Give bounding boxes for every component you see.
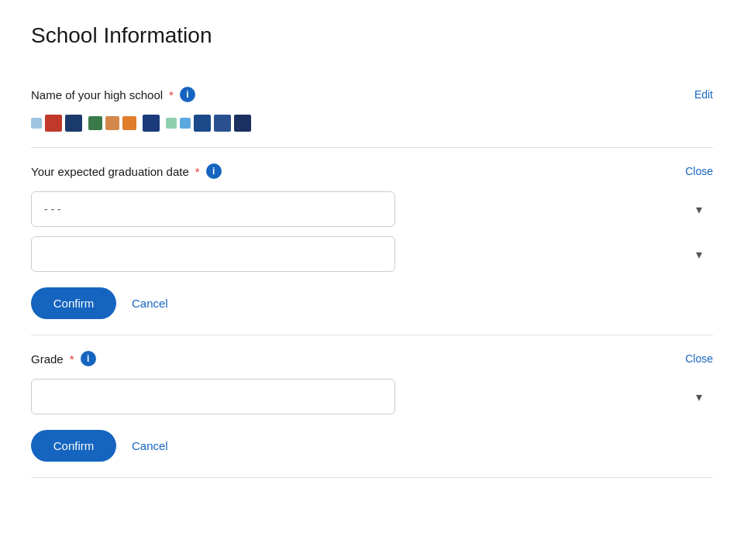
swatch-6: [122, 116, 136, 130]
swatch-5: [105, 116, 119, 130]
month-select[interactable]: - - - January February March April May J…: [31, 191, 395, 227]
grade-cancel-button[interactable]: Cancel: [132, 439, 168, 452]
swatch-3: [65, 115, 82, 132]
grade-required-star: *: [70, 352, 74, 366]
month-chevron-icon: ▾: [696, 202, 702, 217]
swatch-9: [180, 118, 191, 129]
swatch-2: [45, 115, 62, 132]
school-name-edit-link[interactable]: Edit: [694, 88, 713, 101]
graduation-close-link[interactable]: Close: [685, 165, 713, 177]
graduation-label-text: Your expected graduation date: [31, 165, 189, 178]
year-select[interactable]: 2024 2025 2026 2027 2028: [31, 236, 395, 272]
graduation-label: Your expected graduation date * i: [31, 163, 222, 179]
year-select-wrapper: 2024 2025 2026 2027 2028 ▾: [31, 236, 713, 272]
graduation-info-icon[interactable]: i: [206, 163, 222, 179]
school-name-header: Name of your high school * i Edit: [31, 87, 713, 102]
swatch-10: [194, 115, 211, 132]
grade-info-icon[interactable]: i: [81, 351, 96, 366]
page-title: School Information: [31, 23, 713, 48]
swatch-7: [143, 115, 160, 132]
grade-select[interactable]: 9th Grade 10th Grade 11th Grade 12th Gra…: [31, 379, 395, 414]
grade-chevron-icon: ▾: [696, 390, 702, 404]
school-name-label: Name of your high school * i: [31, 87, 195, 102]
graduation-button-row: Confirm Cancel: [31, 287, 713, 319]
graduation-section: Your expected graduation date * i Close …: [31, 148, 713, 335]
swatch-4: [88, 116, 102, 130]
grade-select-wrapper: 9th Grade 10th Grade 11th Grade 12th Gra…: [31, 379, 713, 414]
school-name-label-text: Name of your high school: [31, 88, 163, 101]
graduation-header: Your expected graduation date * i Close: [31, 163, 713, 179]
grade-label-text: Grade: [31, 352, 64, 366]
grade-header: Grade * i Close: [31, 351, 713, 366]
grade-button-row: Confirm Cancel: [31, 430, 713, 462]
grade-close-link[interactable]: Close: [685, 352, 713, 365]
swatch-11: [214, 115, 231, 132]
grade-label: Grade * i: [31, 351, 96, 366]
grade-confirm-button[interactable]: Confirm: [31, 430, 116, 462]
graduation-required-star: *: [195, 165, 200, 178]
school-name-info-icon[interactable]: i: [180, 87, 195, 102]
year-chevron-icon: ▾: [696, 247, 702, 262]
school-name-required-star: *: [169, 88, 174, 101]
school-name-section: Name of your high school * i Edit: [31, 71, 713, 148]
month-select-wrapper: - - - January February March April May J…: [31, 191, 713, 227]
swatch-12: [234, 115, 251, 132]
graduation-cancel-button[interactable]: Cancel: [132, 297, 168, 310]
graduation-confirm-button[interactable]: Confirm: [31, 287, 116, 319]
swatch-8: [166, 118, 177, 129]
swatch-1: [31, 118, 42, 129]
school-color-swatches: [31, 115, 713, 132]
grade-section: Grade * i Close 9th Grade 10th Grade 11t…: [31, 335, 713, 478]
